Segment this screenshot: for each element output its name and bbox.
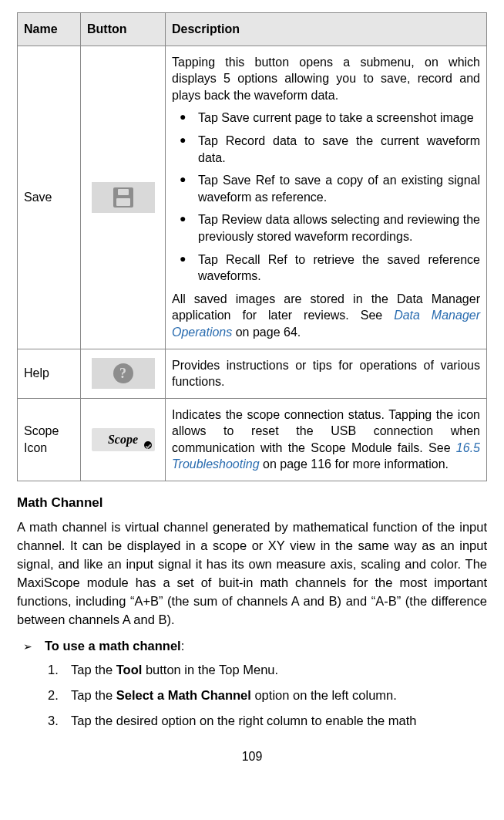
step-1: Tap the Tool button in the Top Menu. [48,661,487,679]
step-2-pre: Tap the [71,688,116,702]
step-1-post: button in the Top Menu. [142,663,278,677]
help-description-cell: Provides instructions or tips for operat… [166,349,487,398]
scope-icon-label: Scope [108,431,138,448]
save-button-cell [81,46,166,349]
save-bullet-3: Tap Save Ref to save a copy of an existi… [176,172,480,205]
scope-desc-post: on page 116 for more information. [260,457,449,471]
save-bullet-4: Tap Review data allows selecting and rev… [176,211,480,245]
step-1-bold: Tool [116,663,143,677]
table-row-help: Help ? Provides instructions or tips for… [18,349,487,398]
save-bullet-2: Tap Record data to save the current wave… [176,133,480,166]
header-button: Button [81,13,166,46]
table-header-row: Name Button Description [18,13,487,46]
table-row-save: Save Tapping this button opens a submenu… [18,46,487,349]
feature-table: Name Button Description Save Tapping thi… [17,12,487,481]
procedure-title-colon: : [181,639,185,653]
save-outro: All saved images are stored in the Data … [172,291,480,341]
step-3: Tap the desired option on the right colu… [48,712,487,730]
save-outro-post: on page 64. [232,326,301,339]
math-channel-paragraph: A math channel is virtual channel genera… [17,518,487,629]
save-description-cell: Tapping this button opens a submenu, on … [166,46,487,349]
help-button-cell: ? [81,349,166,398]
save-icon [92,182,155,213]
save-bullets: Tap Save current page to take a screensh… [172,110,480,284]
scope-button-cell: Scope [81,398,166,481]
save-intro: Tapping this button opens a submenu, on … [172,54,480,104]
scope-desc-pre: Indicates the scope connection status. T… [172,408,480,454]
scope-status-dot [144,441,152,449]
scope-name-cell: Scope Icon [18,398,81,481]
save-name-cell: Save [18,46,81,349]
scope-icon: Scope [92,428,155,451]
header-description: Description [166,13,487,46]
page-number: 109 [17,750,487,764]
scope-description-cell: Indicates the scope connection status. T… [166,398,487,481]
header-name: Name [18,13,81,46]
step-2: Tap the Select a Math Channel option on … [48,687,487,704]
table-row-scope: Scope Icon Scope Indicates the scope con… [18,398,487,481]
procedure-title: To use a math channel [45,639,181,653]
step-1-pre: Tap the [71,663,116,677]
chevron-right-icon: ➢ [23,640,32,653]
procedure-steps: Tap the Tool button in the Top Menu. Tap… [17,661,487,730]
help-icon: ? [92,358,155,389]
math-channel-heading: Math Channel [17,495,487,511]
help-name-cell: Help [18,349,81,398]
procedure-title-line: ➢To use a math channel: [17,639,487,653]
save-bullet-5: Tap Recall Ref to retrieve the saved ref… [176,251,480,285]
step-2-bold: Select a Math Channel [116,688,251,702]
save-bullet-1: Tap Save current page to take a screensh… [176,110,480,127]
step-2-post: option on the left column. [251,688,397,702]
